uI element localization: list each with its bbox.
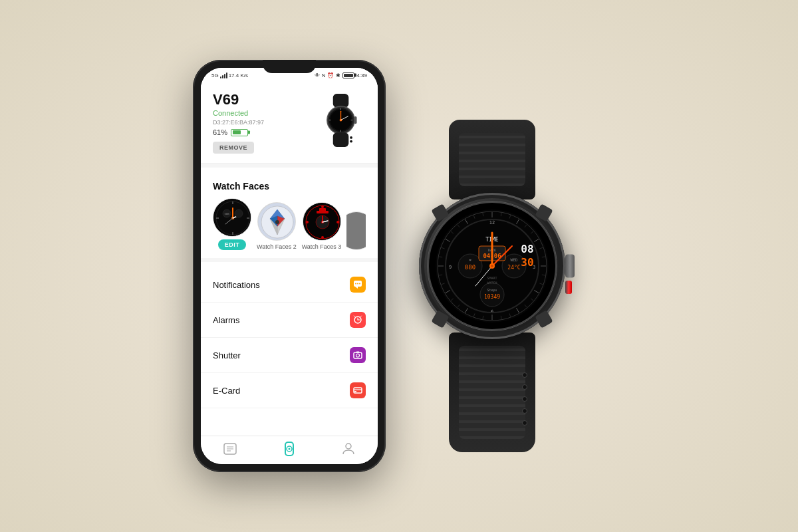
watch-face-detail: 12 3 6 9 ❤ 080 WED 24°C xyxy=(436,209,549,323)
battery-fill xyxy=(344,74,353,77)
menu-item-shutter[interactable]: Shutter xyxy=(201,338,378,373)
svg-marker-52 xyxy=(355,287,358,289)
battery-percentage: 61% xyxy=(213,128,227,136)
signal-bar-1 xyxy=(220,76,221,78)
status-left: 5G 17.4 K/s xyxy=(211,72,248,78)
watch-crown xyxy=(565,255,575,278)
nav-item-device[interactable] xyxy=(282,442,297,456)
svg-text:10349: 10349 xyxy=(484,294,500,300)
svg-point-59 xyxy=(356,354,360,357)
menu-section: Notifications Alarms xyxy=(201,267,378,408)
menu-item-alarms[interactable]: Alarms xyxy=(201,303,378,338)
shutter-icon xyxy=(350,347,366,363)
svg-point-70 xyxy=(288,448,290,450)
svg-point-49 xyxy=(355,283,356,285)
device-thumbnail xyxy=(319,94,362,147)
signal-bar-3 xyxy=(224,74,225,78)
svg-rect-39 xyxy=(317,211,329,213)
app-screen: V69 Connected D3:27:E6:BA:87:97 61% REMO… xyxy=(201,81,378,436)
signal-bar-4 xyxy=(226,72,227,78)
band-hole-2 xyxy=(522,384,527,390)
svg-point-71 xyxy=(346,444,351,449)
notifications-label: Notifications xyxy=(213,280,260,290)
camera-icon xyxy=(353,350,362,360)
nav-item-profile[interactable] xyxy=(341,442,356,456)
status-right: 👁 N ⏰ ✱ 4:39 xyxy=(315,72,367,78)
battery-indicator xyxy=(231,129,248,136)
svg-point-26 xyxy=(235,209,243,217)
svg-rect-12 xyxy=(333,132,349,147)
watch-face-svg-2 xyxy=(258,203,296,241)
band-hole-4 xyxy=(522,408,527,414)
band-hole-1 xyxy=(522,372,527,378)
menu-item-ecard[interactable]: E-Card xyxy=(201,373,378,408)
chat-icon xyxy=(353,280,362,289)
bottom-nav xyxy=(201,436,378,464)
watch-face-circle-2 xyxy=(257,202,296,241)
watch-faces-section: Watch Faces xyxy=(201,173,378,258)
svg-line-57 xyxy=(360,316,362,317)
svg-text:Steps: Steps xyxy=(487,288,497,293)
shutter-label: Shutter xyxy=(213,350,241,360)
svg-point-46 xyxy=(321,236,324,239)
watch-face-item-2[interactable]: Watch Faces 2 xyxy=(257,202,297,250)
battery-status-icon xyxy=(342,72,354,78)
battery-row: 61% xyxy=(213,128,264,136)
svg-point-35 xyxy=(275,220,279,224)
watch-face-item-4 xyxy=(346,211,366,250)
watch-face-item-3[interactable]: Watch Faces 3 xyxy=(302,202,342,250)
eye-icon: 👁 xyxy=(315,72,320,78)
watch-band-top xyxy=(449,120,535,200)
watch-faces-title: Watch Faces xyxy=(213,181,366,192)
svg-rect-63 xyxy=(354,391,356,392)
svg-text:WED: WED xyxy=(511,257,518,262)
signal-bar-2 xyxy=(222,75,223,78)
signal-bars xyxy=(220,72,227,78)
battery-bar-fill xyxy=(233,130,241,134)
svg-point-13 xyxy=(350,136,352,139)
notifications-icon xyxy=(350,277,366,293)
clock-icon xyxy=(353,315,362,325)
watch-band-bottom xyxy=(449,332,535,452)
band-holes xyxy=(522,372,527,426)
svg-text:SMART: SMART xyxy=(487,276,497,280)
svg-text:SUB: SUB xyxy=(224,212,229,215)
phone: 5G 17.4 K/s 👁 N ⏰ ✱ xyxy=(193,60,386,472)
watch-case: 12 3 6 9 ❤ 080 WED 24°C xyxy=(419,193,565,339)
alarms-icon xyxy=(350,312,366,328)
edit-badge[interactable]: EDIT xyxy=(218,239,247,250)
phone-screen: 5G 17.4 K/s 👁 N ⏰ ✱ xyxy=(201,68,378,464)
watch-lug-br xyxy=(535,310,553,328)
svg-text:30: 30 xyxy=(521,256,533,269)
device-name: V69 xyxy=(213,92,264,108)
menu-item-notifications[interactable]: Notifications xyxy=(201,267,378,303)
watch-face-label-2: Watch Faces 2 xyxy=(257,243,297,250)
ecard-label: E-Card xyxy=(213,386,240,396)
watch-face-label-3: Watch Faces 3 xyxy=(302,243,342,250)
svg-text:WATCH: WATCH xyxy=(487,281,497,285)
time-display: 4:39 xyxy=(356,72,367,78)
band-hole-3 xyxy=(522,396,527,402)
svg-text:080: 080 xyxy=(465,264,475,271)
svg-point-44 xyxy=(321,205,324,208)
watch-face-svg-1: SUB xyxy=(213,199,251,237)
ecard-icon xyxy=(350,382,366,398)
mac-address: D3:27:E6:BA:87:97 xyxy=(213,119,264,126)
watch-face-circle-1: SUB xyxy=(213,198,251,237)
watch-face-circle-3 xyxy=(303,202,341,241)
svg-text:❤: ❤ xyxy=(469,257,471,262)
svg-rect-0 xyxy=(333,94,349,108)
divider-1 xyxy=(201,164,378,168)
svg-text:24°C: 24°C xyxy=(507,265,520,271)
svg-text:12: 12 xyxy=(489,220,495,225)
nav-profile-icon xyxy=(341,442,356,456)
svg-rect-60 xyxy=(356,352,360,353)
svg-point-51 xyxy=(359,283,360,285)
watch-face-circle-4 xyxy=(346,211,366,250)
remove-button[interactable]: REMOVE xyxy=(213,142,254,154)
carrier-indicator: 5G xyxy=(211,72,219,78)
watch-face-item-1[interactable]: SUB EDIT xyxy=(213,198,251,250)
nav-item-list[interactable] xyxy=(223,442,237,456)
svg-point-45 xyxy=(336,221,339,223)
divider-2 xyxy=(201,258,378,262)
